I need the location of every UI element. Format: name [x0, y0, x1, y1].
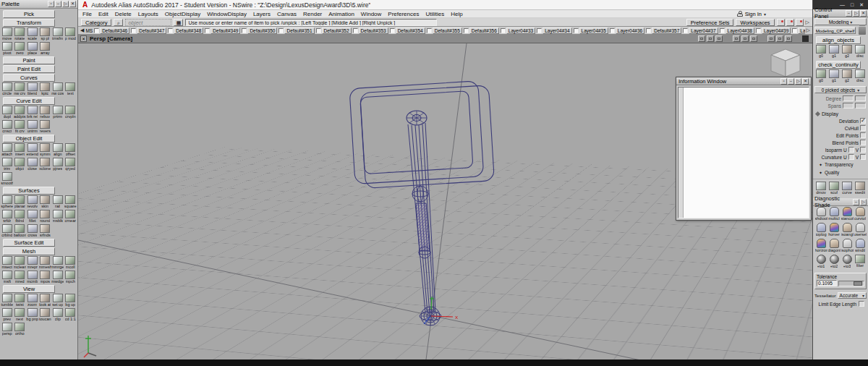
tool-align[interactable]: align	[51, 142, 64, 157]
tool-clip[interactable]: clip	[51, 307, 64, 322]
sign-in[interactable]: Sign In ▾	[737, 11, 766, 17]
tool-srfnds[interactable]: srfnds	[39, 224, 52, 238]
window-button[interactable]: ▷	[62, 1, 69, 7]
pick-options-icon[interactable]: ▦	[174, 19, 183, 26]
tool-cross[interactable]: cross	[26, 224, 39, 238]
tool-g2[interactable]: g2	[841, 69, 853, 83]
layer-button[interactable]: Layer04#34	[542, 27, 571, 34]
window-button[interactable]: ▷	[795, 78, 801, 85]
layer-visibility-checkbox[interactable]	[94, 28, 99, 33]
layer-button[interactable]: Default#347	[137, 27, 166, 34]
tool-bg-pnp[interactable]: bg pnp	[26, 307, 39, 322]
diag-multicl[interactable]: multicl	[828, 207, 840, 221]
tool-square[interactable]: square	[64, 195, 77, 209]
next-view-icon[interactable]	[785, 35, 792, 42]
tool-addpts[interactable]: addpts	[14, 105, 27, 119]
tool-p-mod[interactable]: p mod	[64, 27, 77, 41]
layer-visibility-checkbox[interactable]	[427, 28, 432, 33]
tool-ssedit[interactable]: ssedit	[854, 182, 866, 195]
diag-diagonl[interactable]: diagonl	[828, 239, 840, 253]
tool-dupl[interactable]: dupl	[1, 105, 14, 119]
tool-objct[interactable]: objct	[14, 157, 27, 171]
tool-persp[interactable]: persp	[1, 322, 14, 336]
grid-toggle-icon[interactable]	[741, 35, 749, 42]
layer-visibility-checkbox[interactable]	[464, 28, 469, 33]
snap-grid-icon[interactable]	[777, 19, 785, 26]
tool-mcmb[interactable]: mcmb	[26, 270, 39, 284]
window-button[interactable]: ▷	[860, 199, 867, 205]
tolerance-slider-handle[interactable]	[854, 281, 862, 286]
tool-planar[interactable]: planar	[14, 195, 27, 209]
checkbox-curvature-u-v[interactable]	[860, 154, 866, 160]
control-panel-title-bar[interactable]: Control Panel −▷✕	[813, 9, 868, 17]
layer-visibility-checkbox[interactable]	[756, 28, 761, 33]
diagnostic-shade-header[interactable]: Diagnostic Shade −▷	[813, 198, 868, 206]
palette-title-bar[interactable]: Palette ▫−▷✕	[0, 0, 77, 9]
menu-file[interactable]: File	[82, 11, 92, 17]
layer-button[interactable]: Default#354	[396, 27, 425, 34]
tool-mpos[interactable]: mpos	[39, 270, 52, 284]
tool-tumble[interactable]: tumble	[1, 293, 14, 307]
tool-fblnd[interactable]: fblnd	[14, 209, 27, 224]
layer-button[interactable]: Default#351	[284, 27, 314, 34]
tool-sphere[interactable]: sphere	[1, 195, 14, 209]
tool-toucan[interactable]: toucan	[39, 307, 52, 322]
tool-g0[interactable]: g0	[815, 69, 827, 83]
checkbox-isoparm-u-v[interactable]	[860, 147, 866, 153]
multi-pane-icon[interactable]	[750, 35, 757, 42]
expander-quality[interactable]: ✦Quality	[813, 169, 868, 176]
diag-stancol[interactable]: stancol	[841, 207, 853, 221]
layer-visibility-checkbox[interactable]	[646, 28, 651, 33]
tool-blend[interactable]: blend	[26, 82, 39, 96]
view-cube[interactable]	[771, 49, 800, 77]
window-button[interactable]: ✕	[69, 1, 76, 7]
tool-mcoll[interactable]: mcoll	[64, 255, 77, 270]
tool-brk-rel[interactable]: brk rel	[26, 105, 39, 119]
snap-curve-icon[interactable]	[786, 19, 794, 26]
layer-visibility-checkbox[interactable]	[683, 28, 688, 33]
diag-filter[interactable]: filter	[854, 255, 866, 269]
checkbox-curvature-u[interactable]	[848, 154, 854, 160]
window-button[interactable]: −	[846, 10, 852, 17]
pole-wireframe[interactable]	[408, 123, 441, 325]
tool-smooth[interactable]: smooth	[1, 171, 14, 186]
tool-zero[interactable]: zero	[14, 41, 27, 56]
field-input[interactable]	[855, 103, 866, 108]
tool-mrepr[interactable]: mrepr	[26, 255, 39, 270]
tool-pjnes[interactable]: pjnes	[51, 157, 64, 171]
diag-to2[interactable]: +to2	[828, 255, 840, 269]
maximize-button[interactable]: □	[851, 2, 854, 7]
track-icon[interactable]	[698, 35, 705, 42]
layer-button[interactable]: Layer04#36	[616, 27, 644, 34]
tool-prev[interactable]: prev	[1, 307, 14, 322]
layer-button[interactable]: Default#350	[247, 27, 277, 34]
tool-pivot[interactable]: pivot	[1, 41, 14, 56]
toolbar-overflow-arrow[interactable]: ▷	[806, 20, 809, 25]
diag-horver[interactable]: horver	[828, 223, 840, 237]
window-button[interactable]: −	[788, 78, 794, 85]
layer-visibility-checkbox[interactable]	[720, 28, 725, 33]
tool-close[interactable]: close	[26, 157, 39, 171]
layer-button[interactable]: Layer04#33	[506, 27, 535, 34]
shelf-tab-check-continuity[interactable]: check_continuity	[816, 61, 861, 69]
dolly-icon[interactable]	[707, 35, 714, 42]
tolerance-input[interactable]: 0.1095	[817, 280, 837, 286]
layer-scroll-right[interactable]: ▷	[807, 27, 810, 33]
tool-mmesh[interactable]: mmesh	[39, 255, 52, 270]
tool-disc[interactable]: disc	[854, 45, 866, 59]
palette-tab-curves[interactable]: Curves	[3, 74, 55, 82]
palette-tab-curve-edit[interactable]: Curve Edit	[3, 97, 55, 105]
menu-layouts[interactable]: Layouts	[138, 11, 158, 17]
tool-rotate[interactable]: rotate	[14, 27, 27, 41]
layer-visibility-checkbox[interactable]	[316, 28, 321, 33]
checkbox-edit-points[interactable]	[860, 132, 866, 138]
diag-curvtol[interactable]: curvtol	[854, 207, 866, 221]
tool-extend[interactable]: extend	[26, 142, 39, 157]
layer-visibility-checkbox[interactable]	[242, 28, 247, 33]
layer-visibility-checkbox[interactable]	[131, 28, 136, 33]
tool-untrm[interactable]: untrm	[26, 119, 39, 134]
tool-look-at[interactable]: look at	[39, 293, 52, 307]
menu-layers[interactable]: Layers	[253, 11, 271, 17]
tool-move[interactable]: move	[1, 27, 14, 41]
layer-button[interactable]: Default#349	[210, 27, 240, 34]
